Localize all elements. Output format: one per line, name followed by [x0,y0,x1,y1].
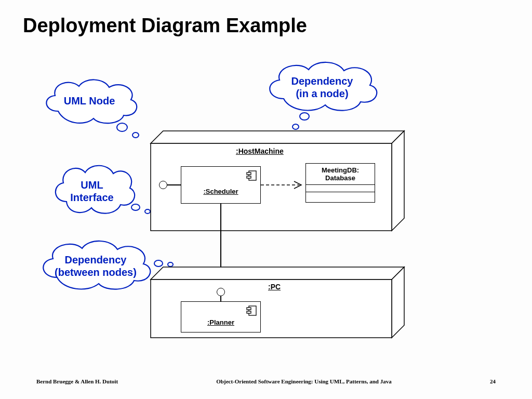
dependency-connector-between-nodes [220,204,221,295]
footer-authors: Bernd Bruegge & Allen H. Dutoit [36,378,118,384]
interface-lollipop-icon [159,181,167,189]
interface-lollipop-icon [217,288,225,296]
svg-marker-7 [151,267,404,280]
svg-marker-0 [151,131,404,143]
footer-book: Object-Oriented Software Engineering: Us… [216,378,391,384]
dependency-arrow-in-node [261,180,308,190]
component-icon [246,170,257,181]
thought-bubble-icon [154,260,163,267]
svg-marker-1 [392,131,404,231]
thought-bubble-icon [167,262,174,267]
interface-connector [167,184,181,185]
annotation-uml-interface: UML Interface [48,160,136,217]
svg-rect-11 [247,308,251,310]
svg-marker-8 [392,267,404,338]
annotation-dependency-in-node: Dependency (in a node) [260,57,384,114]
svg-rect-4 [247,172,251,175]
component-scheduler: :Scheduler [181,166,261,204]
thought-bubble-icon [299,112,310,121]
svg-rect-5 [247,176,251,178]
annotation-uml-node: UML Node [37,75,141,127]
footer-page: 24 [490,378,496,384]
node-label-pc: :PC [268,283,281,291]
thought-bubble-icon [144,209,151,214]
node-label-hostmachine: :HostMachine [236,147,284,155]
annotation-dependency-between-nodes: Dependency (between nodes) [33,236,158,293]
thought-bubble-icon [116,123,128,132]
thought-bubble-icon [131,204,140,211]
thought-bubble-icon [132,132,139,138]
component-icon [246,305,257,316]
thought-bubble-icon [292,124,299,130]
slide-title: Deployment Diagram Example [23,15,307,37]
svg-rect-12 [247,311,251,313]
database-meetingdb: MeetingDB: Database [305,163,375,203]
slide-footer: Bernd Bruegge & Allen H. Dutoit Object-O… [0,378,532,384]
component-planner: :Planner [181,301,261,332]
